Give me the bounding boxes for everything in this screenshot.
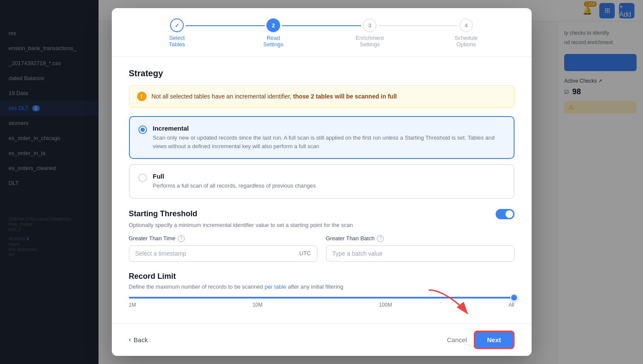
slider-label-1m: 1M	[129, 302, 136, 308]
cancel-button[interactable]: Cancel	[447, 336, 467, 343]
warning-banner: ! Not all selected tables have an increm…	[129, 85, 514, 107]
incremental-title: Incremental	[153, 125, 505, 132]
next-button[interactable]: Next	[474, 331, 514, 349]
greater-than-time-label: Greater Than Time ?	[129, 235, 317, 242]
modal-dialog: ✓ Select Tables 2 Read Settings 3 Enrich…	[112, 8, 532, 356]
step-circle-2: 2	[266, 18, 280, 32]
step-circle-1: ✓	[170, 18, 184, 32]
incremental-desc: Scan only new or updated records since t…	[153, 134, 505, 150]
threshold-toggle[interactable]	[496, 209, 514, 219]
slider-labels: 1M 10M 100M All	[129, 302, 514, 308]
step-select-tables[interactable]: ✓ Select Tables	[129, 18, 225, 48]
slider-fill	[129, 297, 514, 298]
incremental-radio-button[interactable]	[138, 125, 147, 134]
record-limit-desc: Define the maximum number of records to …	[129, 283, 514, 290]
utc-label: UTC	[299, 250, 311, 257]
timestamp-input[interactable]	[135, 250, 299, 257]
step-label-2: Read Settings	[263, 35, 284, 48]
batch-help-icon[interactable]: ?	[377, 235, 384, 242]
full-card-content: Full Performs a full scan of all records…	[153, 173, 316, 190]
threshold-desc: Optionally specify a minimum incremental…	[129, 222, 514, 228]
batch-input-wrapper[interactable]	[326, 245, 514, 262]
footer-right: Cancel Next	[447, 331, 514, 349]
warning-text: Not all selected tables have an incremen…	[152, 93, 397, 100]
incremental-card-content: Incremental Scan only new or updated rec…	[153, 125, 505, 150]
step-circle-4: 4	[459, 18, 473, 32]
full-radio-card[interactable]: Full Performs a full scan of all records…	[129, 164, 514, 199]
slider-thumb[interactable]	[510, 294, 518, 301]
step-schedule-options[interactable]: 4 Schedule Options	[418, 18, 514, 48]
step-enrichment-settings[interactable]: 3 Enrichment Settings	[322, 18, 418, 48]
slider-label-10m: 10M	[252, 302, 262, 308]
threshold-header: Starting Threshold	[129, 209, 514, 219]
modal-overlay: ✓ Select Tables 2 Read Settings 3 Enrich…	[0, 0, 643, 364]
timestamp-input-wrapper[interactable]: UTC	[129, 245, 317, 262]
strategy-title: Strategy	[129, 69, 514, 78]
full-desc: Performs a full scan of all records, reg…	[153, 182, 316, 190]
threshold-title: Starting Threshold	[129, 209, 197, 218]
modal-body: Strategy ! Not all selected tables have …	[112, 57, 532, 323]
step-circle-3: 3	[363, 18, 377, 32]
full-radio-button[interactable]	[138, 173, 147, 182]
greater-than-batch-label: Greater Than Batch ?	[326, 235, 514, 242]
modal-footer: ‹ Back Cancel Next	[112, 323, 532, 356]
step-label-3: Enrichment Settings	[356, 35, 384, 48]
greater-than-time-field: Greater Than Time ? UTC	[129, 235, 317, 262]
time-help-icon[interactable]: ?	[178, 235, 185, 242]
full-title: Full	[153, 173, 316, 180]
threshold-fields: Greater Than Time ? UTC Greater Than Bat…	[129, 235, 514, 262]
record-limit-slider[interactable]: 1M 10M 100M All	[129, 297, 514, 308]
slider-label-100m: 100M	[379, 302, 392, 308]
warning-icon: !	[137, 92, 147, 101]
slider-label-all: All	[508, 302, 514, 308]
back-chevron-icon: ‹	[129, 336, 131, 343]
incremental-radio-card[interactable]: Incremental Scan only new or updated rec…	[129, 116, 514, 159]
record-limit-title: Record Limit	[129, 272, 514, 281]
step-read-settings[interactable]: 2 Read Settings	[225, 18, 322, 48]
step-label-4: Schedule Options	[455, 35, 478, 48]
stepper: ✓ Select Tables 2 Read Settings 3 Enrich…	[112, 8, 532, 57]
greater-than-batch-field: Greater Than Batch ?	[326, 235, 514, 262]
slider-track	[129, 297, 514, 298]
back-button[interactable]: ‹ Back	[129, 336, 148, 343]
per-table-link[interactable]: per table	[265, 283, 287, 290]
step-label-1: Select Tables	[169, 35, 185, 48]
batch-input[interactable]	[332, 250, 508, 257]
